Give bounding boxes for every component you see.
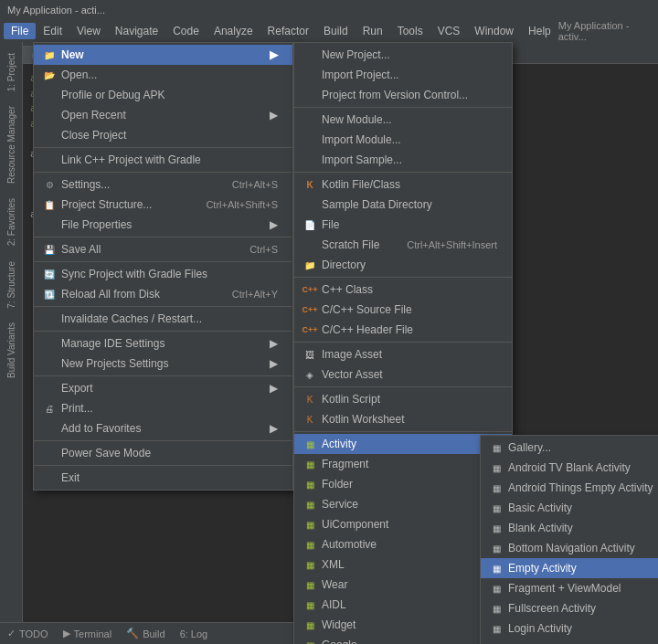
widget-icon: ▦ [302, 618, 318, 632]
file-menu-add-favorites[interactable]: Add to Favorites ▶ [34, 418, 292, 438]
activity-login[interactable]: ▦ Login Activity [481, 618, 658, 639]
activity-gallery[interactable]: ▦ Gallery... [481, 438, 658, 458]
menu-window[interactable]: Window [467, 23, 521, 39]
vector-asset[interactable]: ◈ Vector Asset [294, 364, 512, 385]
menu-run[interactable]: Run [356, 23, 390, 39]
android-tv-icon: ▦ [488, 460, 504, 475]
aidl-icon: ▦ [302, 597, 318, 612]
new-project[interactable]: New Project... [294, 45, 512, 65]
xml-icon: ▦ [302, 557, 318, 572]
menu-build[interactable]: Build [316, 23, 356, 39]
new-divider-3 [294, 277, 512, 278]
activity-basic[interactable]: ▦ Basic Activity [481, 498, 658, 518]
kotlin-script-icon: K [302, 392, 318, 406]
activity-master-detail[interactable]: ▦ Master/Detail Flow [481, 639, 658, 644]
menu-code[interactable]: Code [165, 23, 207, 39]
file-menu-save-all[interactable]: 💾 Save All Ctrl+S [34, 239, 292, 259]
divider-1 [34, 147, 292, 148]
image-asset-icon: 🖼 [302, 347, 318, 362]
kotlin-script[interactable]: K Kotlin Script [294, 389, 512, 409]
import-project[interactable]: Import Project... [294, 65, 512, 85]
activity-bottom-navigation[interactable]: ▦ Bottom Navigation Activity [481, 538, 658, 558]
menu-help[interactable]: Help [521, 23, 558, 39]
menu-file[interactable]: File [4, 23, 36, 39]
file-menu-sync-gradle[interactable]: 🔄 Sync Project with Gradle Files [34, 264, 292, 284]
kotlin-icon: K [302, 177, 318, 192]
import-module[interactable]: Import Module... [294, 130, 512, 150]
sidebar-tab-resource[interactable]: Resource Manager [5, 99, 18, 191]
sidebar-tab-build-variants[interactable]: Build Variants [5, 315, 18, 385]
menu-edit[interactable]: Edit [36, 23, 69, 39]
file-props-icon [41, 217, 58, 232]
file-menu-export[interactable]: Export ▶ [34, 378, 292, 398]
menu-tools[interactable]: Tools [390, 23, 430, 39]
file-menu-profile-debug[interactable]: Profile or Debug APK [34, 85, 292, 105]
activity-empty[interactable]: ▦ Empty Activity [481, 558, 658, 578]
menu-refactor[interactable]: Refactor [260, 23, 316, 39]
menu-view[interactable]: View [69, 23, 108, 39]
sidebar-tab-project[interactable]: 1: Project [5, 46, 18, 99]
file-menu-invalidate-caches[interactable]: Invalidate Caches / Restart... [34, 309, 292, 329]
activity-submenu: ▦ Gallery... ▦ Android TV Blank Activity… [480, 435, 658, 644]
bottom-todo[interactable]: ✓ TODO [7, 628, 48, 639]
login-icon: ▦ [488, 621, 504, 636]
file-menu-file-properties[interactable]: File Properties ▶ [34, 215, 292, 235]
sidebar-tab-favorites[interactable]: 2: Favorites [5, 191, 18, 253]
new-divider-5 [294, 386, 512, 387]
project-from-vcs[interactable]: Project from Version Control... [294, 85, 512, 105]
cpp-class[interactable]: C++ C++ Class [294, 280, 512, 300]
file-menu-new-projects-settings[interactable]: New Projects Settings ▶ [34, 354, 292, 374]
basic-activity-icon: ▦ [488, 501, 504, 515]
cpp-header[interactable]: C++ C/C++ Header File [294, 320, 512, 340]
menu-analyze[interactable]: Analyze [207, 23, 260, 39]
activity-fullscreen[interactable]: ▦ Fullscreen Activity [481, 598, 658, 618]
bottom-terminal[interactable]: ▶ Terminal [63, 628, 112, 639]
favorites-icon [41, 421, 58, 436]
activity-icon: ▦ [302, 437, 318, 451]
new-divider-4 [294, 342, 512, 343]
cpp-source-icon: C++ [302, 302, 318, 317]
exit-icon [41, 470, 58, 485]
new-icon: 📁 [41, 48, 58, 62]
file-menu-settings[interactable]: ⚙ Settings... Ctrl+Alt+S [34, 174, 292, 195]
file-menu-open[interactable]: 📂 Open... [34, 65, 292, 85]
scratch-file[interactable]: Scratch File Ctrl+Alt+Shift+Insert [294, 235, 512, 255]
import-sample[interactable]: Import Sample... [294, 150, 512, 170]
fragment-viewmodel-icon: ▦ [488, 581, 504, 596]
activity-fragment-viewmodel[interactable]: ▦ Fragment + ViewModel [481, 578, 658, 598]
kotlin-file-class[interactable]: K Kotlin File/Class [294, 174, 512, 195]
file-menu-link-cpp[interactable]: Link C++ Project with Gradle [34, 150, 292, 170]
cpp-header-icon: C++ [302, 322, 318, 337]
profile-icon [41, 88, 58, 102]
file-menu-manage-ide[interactable]: Manage IDE Settings ▶ [34, 333, 292, 354]
manage-ide-icon [41, 336, 58, 351]
menu-vcs[interactable]: VCS [430, 23, 468, 39]
file-menu-reload[interactable]: 🔃 Reload All from Disk Ctrl+Alt+Y [34, 284, 292, 304]
reload-icon: 🔃 [41, 287, 58, 301]
link-icon [41, 153, 58, 167]
activity-android-tv-blank[interactable]: ▦ Android TV Blank Activity [481, 458, 658, 478]
bottom-log[interactable]: 6: Log [180, 628, 208, 639]
file-menu-print[interactable]: 🖨 Print... [34, 398, 292, 418]
sidebar-tab-structure[interactable]: 7: Structure [5, 254, 18, 316]
sample-data-dir[interactable]: Sample Data Directory [294, 195, 512, 215]
file-menu-project-structure[interactable]: 📋 Project Structure... Ctrl+Alt+Shift+S [34, 195, 292, 215]
activity-android-things-empty[interactable]: ▦ Android Things Empty Activity [481, 478, 658, 498]
kotlin-worksheet[interactable]: K Kotlin Worksheet [294, 409, 512, 429]
new-project-icon [302, 48, 318, 62]
cpp-source[interactable]: C++ C/C++ Source File [294, 300, 512, 320]
file-menu-new[interactable]: 📁 New ▶ [34, 45, 292, 65]
file-menu-power-save[interactable]: Power Save Mode [34, 443, 292, 463]
file-menu-close-project[interactable]: Close Project [34, 125, 292, 145]
new-directory[interactable]: 📁 Directory [294, 255, 512, 275]
image-asset[interactable]: 🖼 Image Asset [294, 344, 512, 364]
fragment-icon: ▦ [302, 457, 318, 471]
bottom-build[interactable]: 🔨 Build [126, 628, 164, 639]
new-module[interactable]: New Module... [294, 110, 512, 130]
file-menu-open-recent[interactable]: Open Recent ▶ [34, 105, 292, 125]
file-menu-exit[interactable]: Exit [34, 468, 292, 488]
new-divider-2 [294, 172, 512, 173]
activity-blank[interactable]: ▦ Blank Activity [481, 518, 658, 538]
menu-navigate[interactable]: Navigate [108, 23, 165, 39]
new-file[interactable]: 📄 File [294, 215, 512, 235]
